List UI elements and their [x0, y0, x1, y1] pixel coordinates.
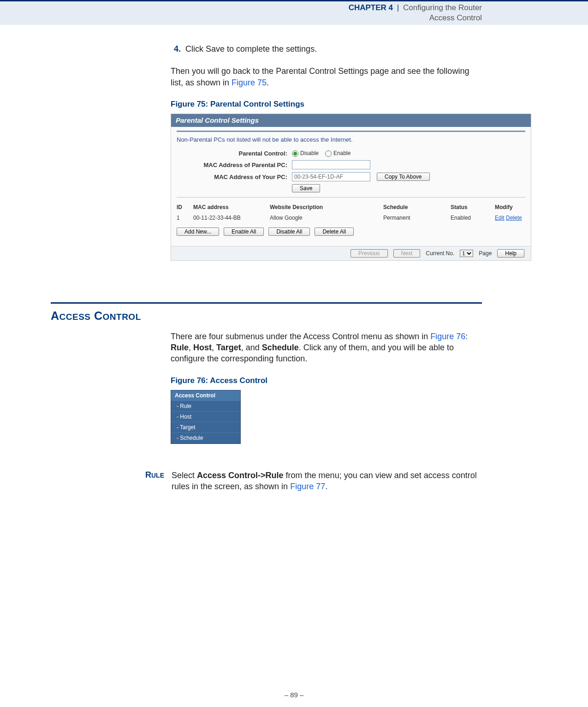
chapter-label: CHAPTER 4	[349, 3, 393, 12]
cell-sched: Permanent	[383, 214, 448, 222]
chapter-title: Configuring the Router	[403, 3, 482, 12]
delete-all-button[interactable]: Delete All	[315, 228, 354, 236]
table-header: ID MAC address Website Description Sched…	[177, 202, 525, 212]
panel-note: Non-Parental PCs not listed will not be …	[177, 136, 525, 144]
rule-block: RULE Select Access Control->Rule from th…	[133, 470, 482, 492]
rules-table: ID MAC address Website Description Sched…	[177, 202, 525, 222]
page-label: Page	[479, 250, 492, 257]
figure-77-link[interactable]: Figure 77	[290, 482, 325, 491]
step-text: Click Save to complete the settings.	[185, 43, 317, 54]
edit-link[interactable]: Edit	[495, 215, 505, 221]
cell-mac: 00-11-22-33-44-BB	[193, 214, 267, 222]
radio-dot-icon	[292, 150, 298, 157]
disable-all-button[interactable]: Disable All	[268, 228, 310, 236]
panel-rule-top	[177, 131, 525, 132]
help-button[interactable]: Help	[497, 249, 524, 258]
header-pipe: |	[395, 3, 401, 12]
intro-text-a: Then you will go back to the Parental Co…	[171, 66, 469, 87]
rule-text: Select Access Control->Rule from the men…	[172, 470, 482, 492]
col-status: Status	[451, 204, 492, 211]
save-button[interactable]: Save	[292, 184, 320, 192]
cell-id: 1	[177, 214, 190, 222]
cell-status: Enabled	[451, 214, 492, 222]
col-sched: Schedule	[383, 204, 448, 211]
col-mac: MAC address	[193, 204, 267, 211]
menu-item-host[interactable]: - Host	[171, 411, 240, 422]
col-desc: Website Description	[270, 204, 380, 211]
col-id: ID	[177, 204, 190, 211]
radio-dot-icon	[325, 150, 332, 157]
parental-control-label: Parental Control:	[177, 150, 287, 158]
menu-item-rule[interactable]: - Rule	[171, 401, 240, 411]
mac-parent-label: MAC Address of Parental PC:	[177, 161, 287, 169]
add-new-button[interactable]: Add New...	[177, 228, 219, 236]
enable-radio[interactable]: Enable	[325, 150, 350, 157]
menu-item-schedule[interactable]: - Schedule	[171, 432, 240, 443]
section-subtitle: Access Control	[0, 13, 482, 23]
figure-75-caption: Figure 75: Parental Control Settings	[171, 99, 482, 110]
previous-button[interactable]: Previous	[350, 249, 388, 258]
next-button[interactable]: Next	[393, 249, 421, 258]
page-number: – 89 –	[0, 691, 588, 699]
disable-radio[interactable]: Disable	[292, 150, 319, 157]
paging-bar: Previous Next Current No. 1 Page Help	[171, 246, 531, 260]
access-control-menu: Access Control - Rule - Host - Target - …	[171, 390, 241, 444]
access-control-heading: ACCESS CONTROL	[51, 309, 588, 323]
menu-head: Access Control	[171, 390, 240, 401]
panel-title: Parental Control Settings	[171, 114, 531, 127]
mac-your-input[interactable]	[292, 172, 370, 181]
intro-paragraph: Then you will go back to the Parental Co…	[171, 66, 482, 88]
intro-text-b: .	[267, 78, 269, 87]
delete-link[interactable]: Delete	[506, 215, 522, 221]
figure-75-link[interactable]: Figure 75	[232, 78, 267, 87]
parental-control-panel: Parental Control Settings Non-Parental P…	[171, 114, 531, 261]
mac-your-label: MAC Address of Your PC:	[177, 173, 287, 181]
mac-parent-input[interactable]	[292, 160, 370, 169]
figure-76-link[interactable]: Figure 76	[430, 332, 465, 341]
col-modify: Modify	[495, 204, 536, 211]
page-header: CHAPTER 4 | Configuring the Router Acces…	[0, 0, 588, 25]
rule-side-label: RULE	[133, 470, 164, 480]
section-rule	[51, 302, 482, 304]
access-control-body: There are four submenus under the Access…	[171, 331, 482, 365]
menu-item-target[interactable]: - Target	[171, 422, 240, 432]
table-row: 1 00-11-22-33-44-BB Allow Google Permane…	[177, 213, 525, 223]
step-number: 4.	[171, 43, 181, 54]
enable-all-button[interactable]: Enable All	[224, 228, 264, 236]
copy-to-above-button[interactable]: Copy To Above	[377, 173, 430, 181]
step-4: 4. Click Save to complete the settings.	[171, 43, 482, 54]
panel-divider	[177, 197, 525, 198]
page-select[interactable]: 1	[460, 250, 473, 257]
current-no-label: Current No.	[426, 250, 454, 257]
figure-76-caption: Figure 76: Access Control	[171, 376, 482, 386]
cell-desc: Allow Google	[270, 214, 380, 222]
